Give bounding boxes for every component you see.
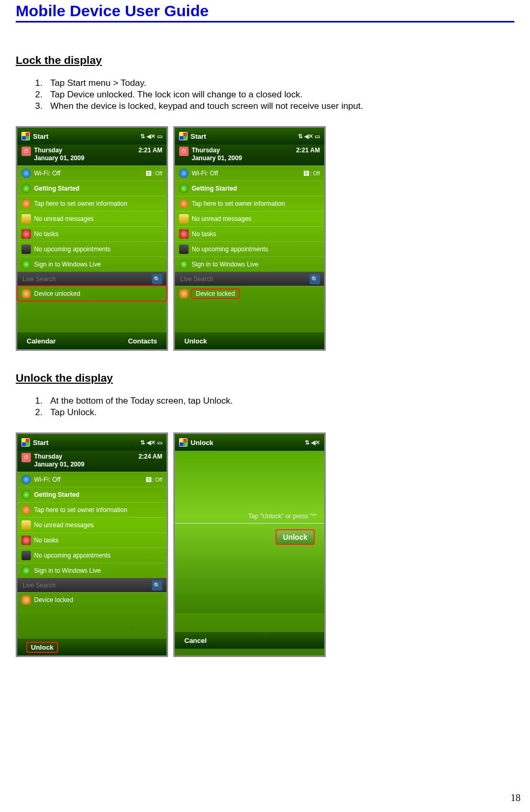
screenshot-unlock-screen: Unlock ⇅ ◀✕ Tap "Unlock" or press "*" Un… — [173, 432, 326, 657]
windows-live-row[interactable]: Sign in to Windows Live — [17, 257, 167, 272]
owner-info-row[interactable]: Tap here to set owner information — [17, 196, 167, 211]
tasks-icon — [21, 229, 31, 239]
owner-icon — [21, 199, 31, 208]
wifi-icon — [179, 169, 189, 178]
time-label: 2:21 AM — [138, 147, 162, 154]
wifi-row[interactable]: Wi-Fi: Off🅱 : Off — [17, 165, 167, 181]
softkey-unlock[interactable]: Unlock — [27, 642, 58, 652]
date-row[interactable]: ⏱ ThursdayJanuary 01, 2009 2:24 AM — [17, 451, 167, 472]
soft-key-bar: Unlock — [17, 639, 167, 655]
mail-icon — [21, 214, 31, 224]
screen-title: Unlock — [191, 439, 213, 447]
unlock-body: Tap "Unlock" or press "*" Unlock — [175, 451, 324, 613]
soft-key-bar: Cancel — [175, 632, 324, 649]
live-search-row[interactable]: 🔍 — [17, 578, 167, 592]
softkey-cancel[interactable]: Cancel — [184, 637, 207, 644]
appointments-row[interactable]: No upcoming appointments — [17, 548, 167, 563]
search-icon[interactable]: 🔍 — [152, 274, 162, 284]
windows-live-row[interactable]: Sign in to Windows Live — [17, 563, 167, 578]
list-item: When the device is locked, keypad and to… — [45, 101, 514, 112]
clock-icon: ⏱ — [179, 147, 189, 156]
time-label: 2:24 AM — [138, 453, 162, 460]
calendar-icon — [179, 244, 189, 254]
status-icons[interactable]: ⇅ ◀✕ ▭ — [298, 133, 320, 140]
list-item: Tap Start menu > Today. — [45, 78, 514, 88]
getting-started-row[interactable]: Getting Started — [17, 181, 167, 196]
search-icon[interactable]: 🔍 — [152, 580, 162, 591]
live-search-row[interactable]: 🔍 — [175, 272, 324, 286]
search-icon[interactable]: 🔍 — [310, 274, 320, 284]
windows-live-row[interactable]: Sign in to Windows Live — [175, 257, 324, 272]
device-lock-row[interactable]: Device unlocked — [17, 286, 167, 301]
title-bar[interactable]: Start ⇅ ◀✕ ▭ — [17, 434, 167, 451]
softkey-calendar[interactable]: Calendar — [27, 337, 56, 345]
unlock-steps: At the bottom of the Today screen, tap U… — [16, 396, 514, 418]
time-label: 2:21 AM — [296, 147, 320, 154]
live-search-input[interactable] — [179, 275, 286, 283]
live-icon — [179, 260, 189, 269]
owner-info-row[interactable]: Tap here to set owner information — [175, 196, 324, 211]
start-flag-icon[interactable] — [21, 132, 30, 140]
softkey-unlock[interactable]: Unlock — [184, 337, 207, 345]
tasks-row[interactable]: No tasks — [175, 226, 324, 241]
screenshot-today-locked-unlock-softkey: Start ⇅ ◀✕ ▭ ⏱ ThursdayJanuary 01, 2009 … — [16, 432, 168, 657]
tasks-row[interactable]: No tasks — [17, 532, 167, 548]
list-item: Tap Unlock. — [45, 407, 514, 418]
live-icon — [21, 566, 31, 575]
messages-row[interactable]: No unread messages — [17, 517, 167, 532]
wifi-row[interactable]: Wi-Fi: Off🅱 : Off — [175, 165, 324, 181]
start-label[interactable]: Start — [33, 132, 49, 140]
messages-row[interactable]: No unread messages — [17, 211, 167, 226]
date-row[interactable]: ⏱ ThursdayJanuary 01, 2009 2:21 AM — [17, 144, 167, 165]
unlock-icon — [21, 289, 31, 298]
live-search-row[interactable]: 🔍 — [17, 272, 167, 286]
status-icons[interactable]: ⇅ ◀✕ ▭ — [140, 133, 162, 140]
live-search-input[interactable] — [21, 275, 128, 283]
softkey-contacts[interactable]: Contacts — [128, 337, 157, 345]
status-icons[interactable]: ⇅ ◀✕ ▭ — [140, 439, 162, 446]
appointments-row[interactable]: No upcoming appointments — [17, 241, 167, 257]
screenshot-row-lock: Start ⇅ ◀✕ ▭ ⏱ ThursdayJanuary 01, 2009 … — [16, 126, 514, 351]
divider-line — [175, 523, 324, 524]
mail-icon — [21, 520, 31, 530]
owner-icon — [21, 505, 31, 515]
start-flag-icon[interactable] — [179, 132, 187, 140]
page-title: Mobile Device User Guide — [16, 0, 514, 23]
live-search-input[interactable] — [21, 581, 128, 589]
unlock-button[interactable]: Unlock — [275, 529, 315, 545]
device-lock-row[interactable]: Device locked — [17, 592, 167, 607]
unlock-hint: Tap "Unlock" or press "*" — [248, 513, 317, 520]
messages-row[interactable]: No unread messages — [175, 211, 324, 226]
getting-started-row[interactable]: Getting Started — [175, 181, 324, 196]
getting-started-row[interactable]: Getting Started — [17, 487, 167, 502]
getting-started-icon — [179, 184, 189, 193]
list-item: Tap Device unlocked. The lock icon will … — [45, 90, 514, 100]
title-bar[interactable]: Start ⇅ ◀✕ ▭ — [17, 128, 167, 144]
tasks-icon — [21, 536, 31, 545]
lock-steps: Tap Start menu > Today. Tap Device unloc… — [16, 78, 514, 112]
clock-icon: ⏱ — [21, 453, 31, 462]
section-heading-lock: Lock the display — [16, 54, 514, 66]
start-flag-icon[interactable] — [179, 438, 187, 447]
wifi-icon — [21, 169, 31, 178]
owner-info-row[interactable]: Tap here to set owner information — [17, 502, 167, 517]
wifi-row[interactable]: Wi-Fi: Off🅱 : Off — [17, 472, 167, 487]
wifi-icon — [21, 475, 31, 484]
screenshot-today-locked: Start ⇅ ◀✕ ▭ ⏱ ThursdayJanuary 01, 2009 … — [173, 126, 326, 351]
title-bar[interactable]: Unlock ⇅ ◀✕ — [175, 434, 324, 451]
tasks-row[interactable]: No tasks — [17, 226, 167, 241]
start-flag-icon[interactable] — [21, 438, 30, 447]
start-label[interactable]: Start — [33, 439, 49, 447]
section-heading-unlock: Unlock the display — [16, 372, 514, 384]
getting-started-icon — [21, 184, 31, 193]
date-row[interactable]: ⏱ ThursdayJanuary 01, 2009 2:21 AM — [175, 144, 324, 165]
status-icons[interactable]: ⇅ ◀✕ — [305, 439, 320, 446]
screenshot-row-unlock: Start ⇅ ◀✕ ▭ ⏱ ThursdayJanuary 01, 2009 … — [16, 432, 514, 657]
soft-key-bar: Unlock — [175, 332, 324, 349]
start-label[interactable]: Start — [191, 132, 206, 140]
tasks-icon — [179, 229, 189, 239]
getting-started-icon — [21, 490, 31, 499]
title-bar[interactable]: Start ⇅ ◀✕ ▭ — [175, 128, 324, 144]
appointments-row[interactable]: No upcoming appointments — [175, 241, 324, 257]
device-lock-row[interactable]: Device locked — [175, 286, 324, 301]
